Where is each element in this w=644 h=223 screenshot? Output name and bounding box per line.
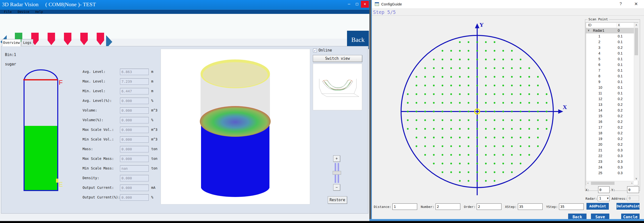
scan-point-row[interactable]: 16 0.2	[586, 119, 638, 125]
field-value-box: nan	[120, 165, 149, 172]
scan-point-row[interactable]: 4 0.1	[586, 50, 638, 56]
menu-item[interactable]: Help	[33, 10, 45, 14]
field-label: Max. Level:	[82, 79, 106, 83]
scan-point-row[interactable]: 2 0.1	[586, 39, 638, 45]
row-id: 15	[598, 114, 602, 118]
scan-point-row[interactable]: 23 0.3	[586, 159, 638, 164]
field-unit: m^3	[151, 137, 158, 141]
scan-point-row[interactable]: 1 0.1	[586, 34, 638, 39]
tank-3d-view[interactable]	[161, 49, 310, 204]
measurement-row: Min Scale Mass: nan ton	[0, 165, 164, 172]
bin-marker-icon	[64, 33, 72, 45]
zoom-slider-handle[interactable]	[333, 171, 341, 175]
radar-group-row[interactable]: ∨ Radar1 0	[586, 28, 638, 34]
collapse-chevron-icon[interactable]: ∨	[588, 28, 590, 32]
help-button[interactable]: ?	[618, 2, 624, 6]
field-label: Volume:	[82, 108, 97, 112]
param-input[interactable]	[477, 204, 502, 210]
switch-view-button[interactable]: Switch view	[313, 55, 362, 62]
param-input[interactable]	[392, 204, 417, 210]
menu-item[interactable]: Device	[15, 10, 32, 14]
row-id: 6	[598, 63, 600, 67]
x-coordinate-input[interactable]	[598, 186, 610, 193]
scroll-up-icon[interactable]: ∧	[634, 22, 638, 27]
scan-point-row[interactable]: 11 0.1	[586, 90, 638, 96]
delete-point-button[interactable]: DeletePoint	[616, 203, 640, 210]
zoom-out-button[interactable]: −	[333, 184, 340, 190]
menu-item[interactable]: File	[2, 10, 14, 14]
row-id: 9	[598, 80, 600, 84]
scan-params-row: Distance: Number: Order: XStep: YStep:	[374, 203, 582, 210]
field-value-box: 0.000	[120, 194, 149, 201]
scan-point-row[interactable]: 21 0.3	[586, 148, 638, 153]
minimize-button[interactable]: –	[346, 1, 352, 8]
y-coordinate-label: Y:	[611, 188, 615, 192]
scan-point-row[interactable]: 6 0.1	[586, 62, 638, 68]
field-unit: m	[151, 89, 153, 93]
address-input[interactable]: 0	[627, 196, 639, 201]
scan-point-row[interactable]: 8 0.1	[586, 73, 638, 79]
scroll-right-icon[interactable]: ›	[630, 181, 634, 185]
window-footer	[0, 214, 369, 221]
configguide-close-button[interactable]: ✕	[632, 1, 640, 7]
zoom-in-button[interactable]: +	[333, 155, 340, 162]
row-id: 4	[598, 51, 600, 55]
radar-select[interactable]: 1 ▼	[598, 196, 610, 201]
param-field: Distance:	[374, 204, 417, 210]
field-value-box: 0.000	[120, 98, 149, 104]
maximize-button[interactable]: □	[354, 1, 360, 8]
param-field: XStep:	[505, 204, 542, 210]
param-label: Number:	[421, 205, 434, 209]
column-separator	[616, 23, 617, 28]
bin-toolbar: Bin:1 Bin:2 Bin:3 Bin:4 Bin:5	[0, 14, 369, 39]
online-checkbox[interactable]: ✓	[313, 48, 317, 52]
scan-point-row[interactable]: 5 0.1	[586, 56, 638, 62]
field-unit: %	[151, 118, 153, 122]
close-button[interactable]: ✕	[361, 1, 369, 8]
measurement-row: Avg. Level(%): 0.000 %	[0, 98, 164, 104]
restore-button[interactable]: Restore	[328, 196, 347, 204]
row-id: 25	[598, 171, 602, 175]
scan-point-row[interactable]: 18 0.2	[586, 130, 638, 136]
scan-point-row[interactable]: 19 0.2	[586, 136, 638, 142]
scrollbar-thumb[interactable]	[634, 28, 638, 55]
add-point-button[interactable]: AddPoint	[586, 203, 609, 210]
scan-point-row[interactable]: 10 0.1	[586, 85, 638, 90]
vertical-scrollbar[interactable]: ∧ ∨	[634, 22, 638, 181]
bin-marker-icon	[97, 33, 104, 45]
scroll-left-icon[interactable]: ‹	[586, 181, 590, 185]
field-unit: m	[151, 79, 153, 83]
scan-point-row[interactable]: 13 0.2	[586, 102, 638, 108]
scan-point-row[interactable]: 22 0.3	[586, 153, 638, 159]
scan-point-row[interactable]: 7 0.1	[586, 68, 638, 73]
horizontal-scrollbar[interactable]: ‹ ›	[586, 181, 634, 185]
row-x-value: 0.1	[618, 57, 622, 61]
scan-point-row[interactable]: 15 0.2	[586, 113, 638, 119]
field-unit: m^3	[151, 108, 158, 112]
screen: 3D Radar Vision ( COM8|None )- TEST – □ …	[0, 0, 644, 223]
y-coordinate-input[interactable]	[627, 186, 639, 193]
scrollbar-thumb[interactable]	[591, 182, 614, 185]
scan-point-row[interactable]: 17 0.2	[586, 125, 638, 130]
scan-point-plot[interactable]: Y X	[372, 15, 585, 216]
scan-point-row[interactable]: 3 0.2	[586, 45, 638, 50]
surface-plot-thumbnail[interactable]	[313, 64, 362, 110]
scan-point-row[interactable]: 24 0.3	[586, 164, 638, 170]
param-label: Order:	[464, 205, 476, 209]
configguide-title: ConfigGuide	[381, 2, 402, 6]
param-input[interactable]	[559, 204, 584, 210]
scan-point-table[interactable]: ID X ∨ Radar1 0 1 0.1 2 0.1 3 0.2 4	[586, 22, 638, 185]
tab-overview[interactable]: Overview	[2, 39, 21, 46]
measurement-row: Min. Level: 6.447 m	[0, 88, 164, 94]
scan-point-row[interactable]: 12 0.2	[586, 96, 638, 102]
scan-point-row[interactable]: 20 0.2	[586, 142, 638, 148]
tab-logs[interactable]: Logs	[21, 39, 33, 46]
param-input[interactable]	[436, 204, 460, 210]
scroll-down-icon[interactable]: ∨	[634, 176, 638, 181]
scan-point-row[interactable]: 25 0.3	[586, 170, 638, 176]
scan-point-row[interactable]: 9 0.1	[586, 79, 638, 85]
field-label: Density:	[82, 176, 99, 180]
param-input[interactable]	[518, 204, 542, 210]
row-x-value: 0.1	[618, 40, 622, 44]
scan-point-row[interactable]: 14 0.2	[586, 108, 638, 113]
